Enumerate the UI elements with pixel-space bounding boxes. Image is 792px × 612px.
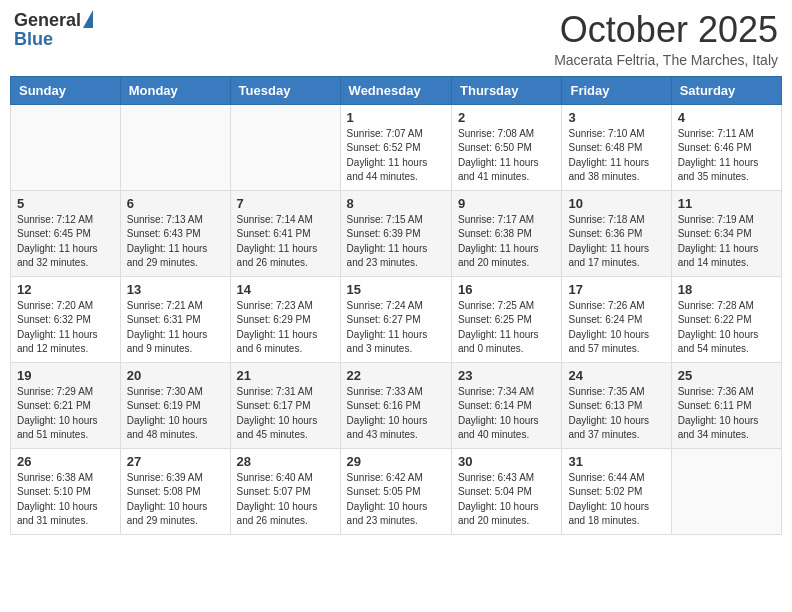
calendar-week-row: 12Sunrise: 7:20 AM Sunset: 6:32 PM Dayli… — [11, 276, 782, 362]
day-info: Sunrise: 6:40 AM Sunset: 5:07 PM Dayligh… — [237, 471, 334, 529]
month-year-title: October 2025 — [554, 10, 778, 50]
calendar-day-cell: 21Sunrise: 7:31 AM Sunset: 6:17 PM Dayli… — [230, 362, 340, 448]
day-info: Sunrise: 7:34 AM Sunset: 6:14 PM Dayligh… — [458, 385, 555, 443]
day-number: 9 — [458, 196, 555, 211]
day-info: Sunrise: 7:35 AM Sunset: 6:13 PM Dayligh… — [568, 385, 664, 443]
day-info: Sunrise: 7:17 AM Sunset: 6:38 PM Dayligh… — [458, 213, 555, 271]
day-number: 3 — [568, 110, 664, 125]
calendar-day-cell: 1Sunrise: 7:07 AM Sunset: 6:52 PM Daylig… — [340, 104, 451, 190]
logo-general-text: General — [14, 10, 81, 31]
day-info: Sunrise: 7:19 AM Sunset: 6:34 PM Dayligh… — [678, 213, 775, 271]
calendar-day-cell: 13Sunrise: 7:21 AM Sunset: 6:31 PM Dayli… — [120, 276, 230, 362]
calendar-day-cell: 16Sunrise: 7:25 AM Sunset: 6:25 PM Dayli… — [452, 276, 562, 362]
calendar-day-cell: 20Sunrise: 7:30 AM Sunset: 6:19 PM Dayli… — [120, 362, 230, 448]
calendar-week-row: 1Sunrise: 7:07 AM Sunset: 6:52 PM Daylig… — [11, 104, 782, 190]
day-number: 1 — [347, 110, 445, 125]
calendar-day-cell: 28Sunrise: 6:40 AM Sunset: 5:07 PM Dayli… — [230, 448, 340, 534]
day-number: 13 — [127, 282, 224, 297]
day-info: Sunrise: 7:10 AM Sunset: 6:48 PM Dayligh… — [568, 127, 664, 185]
day-number: 24 — [568, 368, 664, 383]
calendar-day-cell: 18Sunrise: 7:28 AM Sunset: 6:22 PM Dayli… — [671, 276, 781, 362]
calendar-day-cell: 9Sunrise: 7:17 AM Sunset: 6:38 PM Daylig… — [452, 190, 562, 276]
calendar-day-cell: 10Sunrise: 7:18 AM Sunset: 6:36 PM Dayli… — [562, 190, 671, 276]
logo-triangle-icon — [83, 10, 93, 28]
day-number: 22 — [347, 368, 445, 383]
calendar-day-cell: 22Sunrise: 7:33 AM Sunset: 6:16 PM Dayli… — [340, 362, 451, 448]
calendar-week-row: 5Sunrise: 7:12 AM Sunset: 6:45 PM Daylig… — [11, 190, 782, 276]
day-info: Sunrise: 7:12 AM Sunset: 6:45 PM Dayligh… — [17, 213, 114, 271]
title-section: October 2025 Macerata Feltria, The March… — [554, 10, 778, 68]
day-of-week-header: Tuesday — [230, 76, 340, 104]
day-info: Sunrise: 7:25 AM Sunset: 6:25 PM Dayligh… — [458, 299, 555, 357]
calendar-day-cell: 25Sunrise: 7:36 AM Sunset: 6:11 PM Dayli… — [671, 362, 781, 448]
day-of-week-header: Wednesday — [340, 76, 451, 104]
day-number: 26 — [17, 454, 114, 469]
calendar-day-cell: 6Sunrise: 7:13 AM Sunset: 6:43 PM Daylig… — [120, 190, 230, 276]
day-number: 14 — [237, 282, 334, 297]
day-info: Sunrise: 7:18 AM Sunset: 6:36 PM Dayligh… — [568, 213, 664, 271]
day-info: Sunrise: 7:36 AM Sunset: 6:11 PM Dayligh… — [678, 385, 775, 443]
logo-blue-text: Blue — [14, 29, 53, 50]
day-number: 2 — [458, 110, 555, 125]
calendar-day-cell: 12Sunrise: 7:20 AM Sunset: 6:32 PM Dayli… — [11, 276, 121, 362]
day-of-week-header: Sunday — [11, 76, 121, 104]
day-number: 20 — [127, 368, 224, 383]
day-number: 23 — [458, 368, 555, 383]
calendar-day-cell: 24Sunrise: 7:35 AM Sunset: 6:13 PM Dayli… — [562, 362, 671, 448]
day-info: Sunrise: 7:13 AM Sunset: 6:43 PM Dayligh… — [127, 213, 224, 271]
day-info: Sunrise: 7:20 AM Sunset: 6:32 PM Dayligh… — [17, 299, 114, 357]
day-info: Sunrise: 7:23 AM Sunset: 6:29 PM Dayligh… — [237, 299, 334, 357]
day-number: 28 — [237, 454, 334, 469]
day-info: Sunrise: 6:42 AM Sunset: 5:05 PM Dayligh… — [347, 471, 445, 529]
day-number: 16 — [458, 282, 555, 297]
day-of-week-header: Saturday — [671, 76, 781, 104]
calendar-week-row: 19Sunrise: 7:29 AM Sunset: 6:21 PM Dayli… — [11, 362, 782, 448]
day-number: 17 — [568, 282, 664, 297]
day-number: 4 — [678, 110, 775, 125]
calendar-day-cell: 4Sunrise: 7:11 AM Sunset: 6:46 PM Daylig… — [671, 104, 781, 190]
calendar-week-row: 26Sunrise: 6:38 AM Sunset: 5:10 PM Dayli… — [11, 448, 782, 534]
calendar-day-cell: 8Sunrise: 7:15 AM Sunset: 6:39 PM Daylig… — [340, 190, 451, 276]
calendar-table: SundayMondayTuesdayWednesdayThursdayFrid… — [10, 76, 782, 535]
calendar-day-cell: 2Sunrise: 7:08 AM Sunset: 6:50 PM Daylig… — [452, 104, 562, 190]
calendar-day-cell: 11Sunrise: 7:19 AM Sunset: 6:34 PM Dayli… — [671, 190, 781, 276]
location-subtitle: Macerata Feltria, The Marches, Italy — [554, 52, 778, 68]
day-info: Sunrise: 7:29 AM Sunset: 6:21 PM Dayligh… — [17, 385, 114, 443]
day-info: Sunrise: 6:39 AM Sunset: 5:08 PM Dayligh… — [127, 471, 224, 529]
day-number: 31 — [568, 454, 664, 469]
calendar-day-cell: 29Sunrise: 6:42 AM Sunset: 5:05 PM Dayli… — [340, 448, 451, 534]
calendar-day-cell: 15Sunrise: 7:24 AM Sunset: 6:27 PM Dayli… — [340, 276, 451, 362]
day-number: 19 — [17, 368, 114, 383]
calendar-day-cell: 3Sunrise: 7:10 AM Sunset: 6:48 PM Daylig… — [562, 104, 671, 190]
calendar-day-cell: 27Sunrise: 6:39 AM Sunset: 5:08 PM Dayli… — [120, 448, 230, 534]
calendar-day-cell — [671, 448, 781, 534]
day-info: Sunrise: 7:31 AM Sunset: 6:17 PM Dayligh… — [237, 385, 334, 443]
calendar-header-row: SundayMondayTuesdayWednesdayThursdayFrid… — [11, 76, 782, 104]
day-number: 5 — [17, 196, 114, 211]
day-info: Sunrise: 7:15 AM Sunset: 6:39 PM Dayligh… — [347, 213, 445, 271]
day-info: Sunrise: 7:24 AM Sunset: 6:27 PM Dayligh… — [347, 299, 445, 357]
day-info: Sunrise: 7:28 AM Sunset: 6:22 PM Dayligh… — [678, 299, 775, 357]
calendar-day-cell: 14Sunrise: 7:23 AM Sunset: 6:29 PM Dayli… — [230, 276, 340, 362]
calendar-day-cell — [11, 104, 121, 190]
calendar-day-cell — [230, 104, 340, 190]
day-number: 29 — [347, 454, 445, 469]
day-info: Sunrise: 7:08 AM Sunset: 6:50 PM Dayligh… — [458, 127, 555, 185]
day-number: 12 — [17, 282, 114, 297]
day-number: 6 — [127, 196, 224, 211]
day-of-week-header: Monday — [120, 76, 230, 104]
day-info: Sunrise: 7:14 AM Sunset: 6:41 PM Dayligh… — [237, 213, 334, 271]
calendar-day-cell: 30Sunrise: 6:43 AM Sunset: 5:04 PM Dayli… — [452, 448, 562, 534]
day-number: 30 — [458, 454, 555, 469]
calendar-day-cell: 26Sunrise: 6:38 AM Sunset: 5:10 PM Dayli… — [11, 448, 121, 534]
day-info: Sunrise: 7:07 AM Sunset: 6:52 PM Dayligh… — [347, 127, 445, 185]
day-number: 27 — [127, 454, 224, 469]
day-number: 7 — [237, 196, 334, 211]
day-info: Sunrise: 7:26 AM Sunset: 6:24 PM Dayligh… — [568, 299, 664, 357]
day-info: Sunrise: 6:38 AM Sunset: 5:10 PM Dayligh… — [17, 471, 114, 529]
day-number: 21 — [237, 368, 334, 383]
day-info: Sunrise: 7:30 AM Sunset: 6:19 PM Dayligh… — [127, 385, 224, 443]
calendar-day-cell: 19Sunrise: 7:29 AM Sunset: 6:21 PM Dayli… — [11, 362, 121, 448]
day-info: Sunrise: 7:21 AM Sunset: 6:31 PM Dayligh… — [127, 299, 224, 357]
day-of-week-header: Thursday — [452, 76, 562, 104]
